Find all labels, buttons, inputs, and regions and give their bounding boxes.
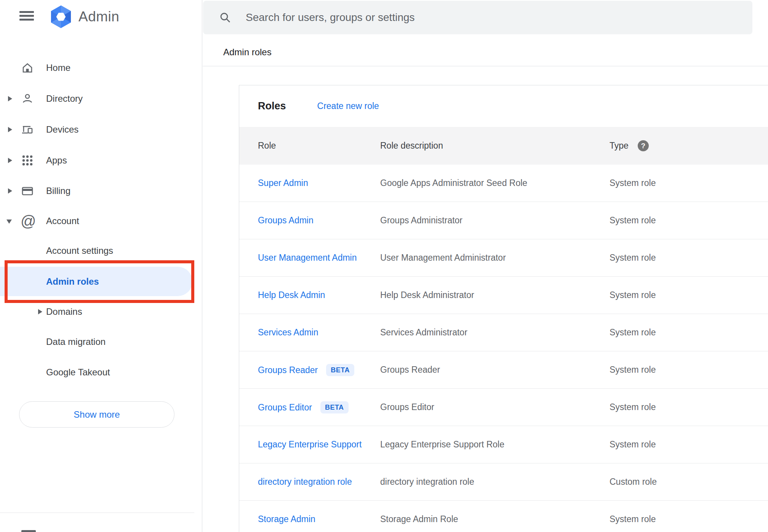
role-link[interactable]: Groups Reader bbox=[258, 365, 318, 375]
partial-device-icon bbox=[21, 530, 36, 532]
sidebar-item-account-settings[interactable]: Account settings bbox=[0, 236, 202, 266]
role-link[interactable]: directory integration role bbox=[258, 477, 352, 487]
admin-hexagon-logo-icon bbox=[49, 5, 73, 29]
role-link[interactable]: Groups Admin bbox=[258, 215, 314, 225]
role-description: Help Desk Administrator bbox=[380, 290, 610, 300]
table-row: Groups EditorBETA Groups Editor System r… bbox=[239, 389, 768, 426]
role-type: System role bbox=[610, 178, 768, 188]
sidebar-item-data-migration[interactable]: Data migration bbox=[0, 327, 202, 357]
beta-badge: BETA bbox=[326, 364, 354, 376]
at-icon: @ bbox=[21, 213, 36, 229]
home-icon bbox=[21, 62, 34, 74]
sidebar-item-label: Google Takeout bbox=[46, 357, 110, 388]
role-link[interactable]: Legacy Enterprise Support bbox=[258, 439, 362, 449]
roles-table-body: Super Admin Google Apps Administrator Se… bbox=[239, 165, 768, 532]
sidebar-item-label: Home bbox=[46, 53, 70, 83]
sidebar-footer-divider bbox=[0, 513, 194, 513]
sidebar-item-billing[interactable]: Billing bbox=[0, 176, 202, 206]
sidebar-item-home[interactable]: Home bbox=[0, 53, 202, 83]
apps-grid-icon bbox=[21, 154, 34, 167]
chevron-right-icon[interactable] bbox=[38, 309, 42, 314]
role-description: Groups Editor bbox=[380, 402, 610, 412]
table-row: Super Admin Google Apps Administrator Se… bbox=[239, 165, 768, 202]
role-type: Custom role bbox=[610, 477, 768, 487]
table-row: Groups Admin Groups Administrator System… bbox=[239, 202, 768, 239]
chevron-right-icon[interactable] bbox=[8, 158, 12, 163]
roles-panel: Roles Create new role Role Role descript… bbox=[239, 85, 768, 532]
header-divider bbox=[203, 66, 768, 66]
role-description: Services Administrator bbox=[380, 327, 610, 338]
role-description: User Management Administrator bbox=[380, 253, 610, 263]
hamburger-menu-icon[interactable] bbox=[19, 11, 34, 21]
table-row: directory integration role directory int… bbox=[239, 463, 768, 501]
beta-badge: BETA bbox=[320, 401, 349, 413]
chevron-right-icon[interactable] bbox=[8, 127, 12, 132]
sidebar-item-label: Admin roles bbox=[46, 267, 99, 296]
app-title: Admin bbox=[78, 9, 119, 25]
sidebar: Admin Home Directory bbox=[0, 0, 202, 532]
sidebar-item-apps[interactable]: Apps bbox=[0, 145, 202, 176]
sidebar-item-label: Domains bbox=[46, 296, 82, 327]
create-new-role-link[interactable]: Create new role bbox=[317, 101, 379, 111]
table-row: User Management Admin User Management Ad… bbox=[239, 239, 768, 277]
sidebar-item-label: Devices bbox=[46, 114, 78, 145]
sidebar-item-label: Data migration bbox=[46, 327, 106, 357]
breadcrumb: Admin roles bbox=[223, 47, 272, 58]
table-row: Storage Admin Storage Admin Role System … bbox=[239, 501, 768, 532]
role-link[interactable]: Services Admin bbox=[258, 327, 318, 337]
panel-title: Roles bbox=[258, 100, 286, 112]
role-description: Storage Admin Role bbox=[380, 514, 610, 524]
sidebar-item-google-takeout[interactable]: Google Takeout bbox=[0, 357, 202, 388]
role-link[interactable]: Super Admin bbox=[258, 178, 308, 188]
chevron-right-icon[interactable] bbox=[8, 96, 12, 101]
chevron-down-icon[interactable] bbox=[6, 220, 12, 224]
role-type: System role bbox=[610, 439, 768, 450]
devices-icon bbox=[21, 123, 34, 136]
show-more-button[interactable]: Show more bbox=[19, 401, 174, 428]
role-link[interactable]: Storage Admin bbox=[258, 514, 315, 524]
role-link[interactable]: User Management Admin bbox=[258, 253, 357, 263]
search-input[interactable] bbox=[246, 1, 733, 34]
sidebar-item-label: Account bbox=[46, 206, 79, 236]
search-icon[interactable] bbox=[219, 11, 231, 24]
table-row: Help Desk Admin Help Desk Administrator … bbox=[239, 277, 768, 314]
search-bar bbox=[203, 1, 752, 34]
role-type: System role bbox=[610, 215, 768, 226]
help-icon[interactable]: ? bbox=[638, 140, 649, 151]
roles-panel-header: Roles Create new role bbox=[239, 85, 768, 127]
column-header-type: Type bbox=[610, 141, 629, 151]
sidebar-item-account[interactable]: @ Account bbox=[0, 206, 202, 236]
role-type: System role bbox=[610, 365, 768, 375]
sidebar-item-admin-roles[interactable]: Admin roles bbox=[0, 267, 192, 296]
role-description: Google Apps Administrator Seed Role bbox=[380, 178, 610, 188]
role-description: Groups Administrator bbox=[380, 215, 610, 226]
admin-logo: Admin bbox=[49, 5, 119, 29]
role-type: System role bbox=[610, 402, 768, 412]
column-header-role-description: Role description bbox=[380, 141, 610, 151]
role-description: Legacy Enterprise Support Role bbox=[380, 439, 610, 450]
sidebar-item-label: Apps bbox=[46, 145, 67, 176]
person-icon bbox=[21, 93, 34, 105]
role-description: directory integration role bbox=[380, 477, 610, 487]
sidebar-item-label: Directory bbox=[46, 83, 83, 114]
table-header-row: Role Role description Type ? bbox=[239, 127, 768, 165]
sidebar-item-label: Account settings bbox=[46, 236, 113, 266]
table-row: Groups ReaderBETA Groups Reader System r… bbox=[239, 351, 768, 389]
role-type: System role bbox=[610, 514, 768, 524]
table-row: Services Admin Services Administrator Sy… bbox=[239, 314, 768, 351]
column-header-role: Role bbox=[239, 141, 380, 151]
sidebar-item-label: Billing bbox=[46, 176, 70, 206]
chevron-right-icon[interactable] bbox=[8, 188, 12, 194]
role-description: Groups Reader bbox=[380, 365, 610, 375]
admin-console-screen: Admin Home Directory bbox=[0, 0, 768, 532]
credit-card-icon bbox=[21, 185, 34, 197]
sidebar-item-devices[interactable]: Devices bbox=[0, 114, 202, 145]
role-link[interactable]: Groups Editor bbox=[258, 402, 312, 412]
sidebar-item-directory[interactable]: Directory bbox=[0, 83, 202, 114]
role-type: System role bbox=[610, 327, 768, 338]
role-type: System role bbox=[610, 290, 768, 300]
sidebar-item-domains[interactable]: Domains bbox=[0, 296, 202, 327]
role-type: System role bbox=[610, 253, 768, 263]
role-link[interactable]: Help Desk Admin bbox=[258, 290, 325, 300]
table-row: Legacy Enterprise Support Legacy Enterpr… bbox=[239, 426, 768, 463]
